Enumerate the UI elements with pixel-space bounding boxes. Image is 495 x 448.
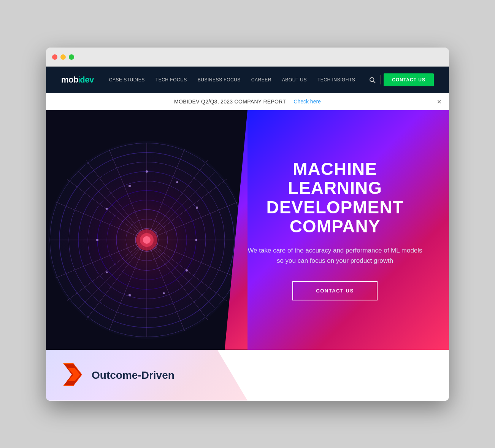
announcement-bar: MOBIDEV Q2/Q3, 2023 COMPANY REPORT Check… <box>46 93 449 110</box>
hero-subtitle: We take care of the accuracy and perform… <box>244 245 426 266</box>
hero-text-block: MACHINE LEARNING DEVELOPMENT COMPANY We … <box>244 159 426 301</box>
search-button[interactable] <box>367 75 377 85</box>
nav-link-career[interactable]: CAREER <box>251 77 271 83</box>
browser-window: mobidev CASE STUDIES TECH FOCUS BUSINESS… <box>46 48 449 401</box>
search-icon <box>369 76 376 83</box>
navbar: mobidev CASE STUDIES TECH FOCUS BUSINESS… <box>46 67 449 93</box>
traffic-light-green[interactable] <box>69 54 74 60</box>
hero-title: MACHINE LEARNING DEVELOPMENT COMPANY <box>244 159 426 236</box>
hero-content: MACHINE LEARNING DEVELOPMENT COMPANY We … <box>46 159 449 301</box>
nav-divider <box>380 75 381 84</box>
nav-link-business-focus[interactable]: BUSINESS FOCUS <box>198 77 241 83</box>
outcome-icon <box>61 361 84 389</box>
traffic-light-red[interactable] <box>52 54 57 60</box>
bottom-section: Outcome-Driven <box>46 350 449 401</box>
svg-line-1 <box>374 81 375 83</box>
outcome-text: Outcome-Driven <box>92 369 175 381</box>
hero-contact-button[interactable]: CONTACT US <box>292 281 377 300</box>
nav-links: CASE STUDIES TECH FOCUS BUSINESS FOCUS C… <box>109 77 367 83</box>
logo[interactable]: mobidev <box>61 75 94 85</box>
nav-link-about-us[interactable]: ABOUT US <box>282 77 307 83</box>
nav-link-case-studies[interactable]: CASE STUDIES <box>109 77 145 83</box>
nav-link-tech-focus[interactable]: TECH FOCUS <box>155 77 187 83</box>
nav-link-tech-insights[interactable]: TECH INSIGHTS <box>317 77 355 83</box>
announcement-close-button[interactable]: × <box>437 98 441 105</box>
announcement-text: MOBIDEV Q2/Q3, 2023 COMPANY REPORT <box>174 98 286 105</box>
announcement-link[interactable]: Check here <box>294 98 321 105</box>
hero-section: MACHINE LEARNING DEVELOPMENT COMPANY We … <box>46 110 449 350</box>
browser-chrome <box>46 48 449 67</box>
nav-contact-button[interactable]: CONTACT US <box>384 73 434 86</box>
traffic-light-yellow[interactable] <box>60 54 66 60</box>
